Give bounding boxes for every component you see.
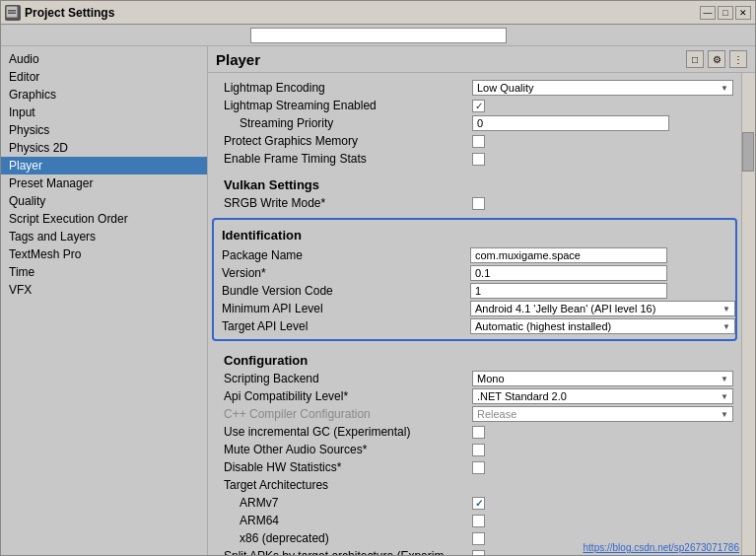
platform-android-icon[interactable]: □ — [686, 50, 704, 68]
frame-timing-checkbox[interactable] — [472, 153, 485, 166]
window-icon — [5, 5, 21, 21]
scripting-backend-label: Scripting Backend — [216, 372, 472, 385]
project-settings-window: Project Settings ― □ ✕ Audio Editor Grap… — [0, 0, 756, 556]
sidebar-item-audio[interactable]: Audio — [1, 50, 207, 68]
chevron-down-icon: ▼ — [721, 392, 728, 401]
vulkan-header: Vulkan Settings — [216, 172, 733, 194]
package-name-input[interactable] — [470, 247, 667, 263]
frame-timing-row: Enable Frame Timing Stats — [216, 150, 733, 168]
disable-hw-row: Disable HW Statistics* — [216, 458, 733, 476]
armv7-label: ARMv7 — [216, 496, 472, 510]
lightmap-streaming-checkbox-container — [472, 100, 733, 112]
min-api-label: Minimum API Level — [214, 302, 470, 315]
content-area: Player □ ⚙ ⋮ Lightmap Encoding — [208, 46, 755, 555]
sidebar-item-textmesh[interactable]: TextMesh Pro — [1, 245, 207, 263]
srgb-row: SRGB Write Mode* — [216, 194, 733, 212]
watermark: https://blog.csdn.net/sp2673071786 — [584, 542, 739, 553]
graphics-section: Lightmap Encoding Low Quality ▼ Lightmap… — [208, 77, 741, 170]
api-compat-dropdown[interactable]: .NET Standard 2.0 ▼ — [472, 388, 733, 404]
version-input[interactable] — [470, 265, 667, 281]
min-api-dropdown[interactable]: Android 4.1 'Jelly Bean' (API level 16) … — [470, 301, 735, 316]
lightmap-streaming-checkbox[interactable] — [472, 100, 485, 112]
main-content: Audio Editor Graphics Input Physics Phys… — [1, 46, 755, 555]
sidebar-item-vfx[interactable]: VFX — [1, 281, 207, 299]
minimize-icon[interactable]: ― — [700, 6, 716, 20]
version-row: Version* — [214, 264, 735, 282]
lightmap-encoding-row: Lightmap Encoding Low Quality ▼ — [216, 79, 733, 97]
sidebar-item-quality[interactable]: Quality — [1, 192, 207, 210]
sidebar-item-player[interactable]: Player — [1, 157, 207, 174]
protect-graphics-checkbox[interactable] — [472, 135, 485, 148]
streaming-priority-input[interactable] — [472, 115, 669, 131]
disable-hw-label: Disable HW Statistics* — [216, 460, 472, 474]
sidebar-item-time[interactable]: Time — [1, 263, 207, 281]
settings-icon[interactable]: ⚙ — [708, 50, 725, 68]
menu-icon[interactable]: ⋮ — [729, 50, 747, 68]
x86-label: x86 (deprecated) — [216, 531, 472, 545]
target-arch-row: Target Architectures — [216, 476, 733, 494]
split-apks-checkbox[interactable] — [472, 550, 485, 556]
split-apks-label: Split APKs by target architecture (Exper… — [216, 549, 472, 555]
maximize-icon[interactable]: □ — [718, 6, 733, 20]
lightmap-encoding-value: Low Quality ▼ — [472, 80, 733, 96]
chevron-down-icon: ▼ — [721, 410, 728, 419]
streaming-priority-row: Streaming Priority — [216, 114, 733, 132]
search-input[interactable] — [250, 28, 507, 43]
svg-rect-2 — [8, 12, 16, 14]
version-label: Version* — [214, 266, 470, 280]
streaming-priority-label: Streaming Priority — [216, 116, 472, 130]
scrollbar-track[interactable] — [741, 73, 755, 555]
window-controls: ― □ ✕ — [700, 6, 751, 20]
lightmap-encoding-label: Lightmap Encoding — [216, 81, 472, 95]
sidebar-item-preset-manager[interactable]: Preset Manager — [1, 174, 207, 192]
header-icons: □ ⚙ ⋮ — [686, 50, 747, 68]
package-name-label: Package Name — [214, 248, 470, 262]
mute-audio-row: Mute Other Audio Sources* — [216, 441, 733, 458]
sidebar: Audio Editor Graphics Input Physics Phys… — [1, 46, 208, 555]
sidebar-item-script-execution[interactable]: Script Execution Order — [1, 210, 207, 228]
target-api-row: Target API Level Automatic (highest inst… — [214, 317, 735, 335]
bundle-version-input[interactable] — [470, 283, 667, 299]
svg-rect-0 — [6, 6, 18, 18]
streaming-priority-value — [472, 115, 733, 131]
scripting-backend-dropdown[interactable]: Mono ▼ — [472, 371, 733, 386]
srgb-label: SRGB Write Mode* — [216, 196, 472, 210]
sidebar-item-input[interactable]: Input — [1, 104, 207, 121]
x86-checkbox[interactable] — [472, 532, 485, 545]
sidebar-item-physics[interactable]: Physics — [1, 121, 207, 139]
min-api-row: Minimum API Level Android 4.1 'Jelly Bea… — [214, 300, 735, 317]
disable-hw-checkbox[interactable] — [472, 461, 485, 474]
chevron-down-icon: ▼ — [721, 84, 728, 93]
target-api-dropdown[interactable]: Automatic (highest installed) ▼ — [470, 318, 735, 334]
title-bar: Project Settings ― □ ✕ — [1, 1, 755, 25]
lightmap-encoding-dropdown[interactable]: Low Quality ▼ — [472, 80, 733, 96]
cpp-compiler-dropdown[interactable]: Release ▼ — [472, 406, 733, 422]
frame-timing-label: Enable Frame Timing Stats — [216, 152, 472, 166]
armv7-row: ARMv7 — [216, 494, 733, 512]
scrollable-content[interactable]: Lightmap Encoding Low Quality ▼ Lightmap… — [208, 73, 741, 555]
bundle-version-row: Bundle Version Code — [214, 282, 735, 300]
arm64-checkbox[interactable] — [472, 515, 485, 527]
svg-rect-1 — [8, 10, 16, 12]
incremental-gc-checkbox[interactable] — [472, 426, 485, 439]
sidebar-item-editor[interactable]: Editor — [1, 68, 207, 86]
scripting-backend-row: Scripting Backend Mono ▼ — [216, 370, 733, 387]
armv7-checkbox[interactable] — [472, 497, 485, 510]
chevron-down-icon: ▼ — [722, 305, 730, 313]
sidebar-item-tags-layers[interactable]: Tags and Layers — [1, 228, 207, 245]
srgb-checkbox[interactable] — [472, 197, 485, 210]
mute-audio-label: Mute Other Audio Sources* — [216, 443, 472, 456]
scrollbar-thumb[interactable] — [742, 132, 754, 172]
lightmap-streaming-row: Lightmap Streaming Enabled — [216, 97, 733, 114]
close-icon[interactable]: ✕ — [735, 6, 751, 20]
sidebar-item-physics2d[interactable]: Physics 2D — [1, 139, 207, 157]
incremental-gc-label: Use incremental GC (Experimental) — [216, 425, 472, 439]
sidebar-item-graphics[interactable]: Graphics — [1, 86, 207, 104]
identification-section: Identification Package Name Version* — [212, 218, 737, 341]
configuration-section: Configuration Scripting Backend Mono ▼ — [208, 345, 741, 555]
package-name-row: Package Name — [214, 246, 735, 264]
mute-audio-checkbox[interactable] — [472, 444, 485, 456]
chevron-down-icon: ▼ — [721, 375, 728, 383]
configuration-header: Configuration — [216, 347, 733, 370]
protect-graphics-row: Protect Graphics Memory — [216, 132, 733, 150]
